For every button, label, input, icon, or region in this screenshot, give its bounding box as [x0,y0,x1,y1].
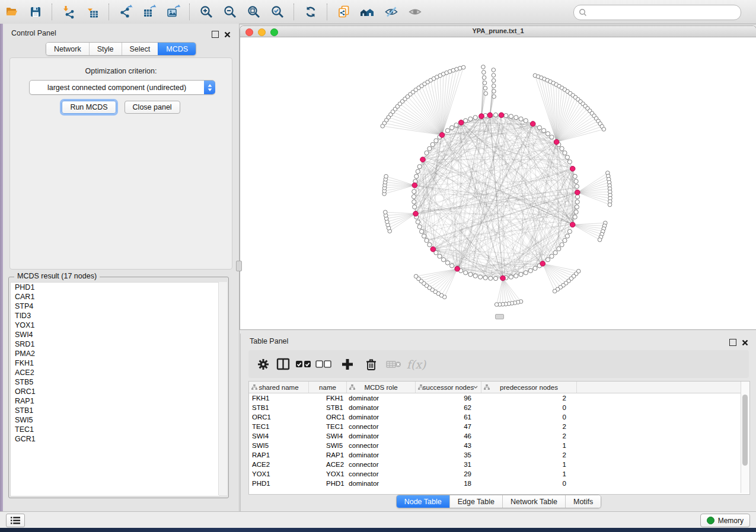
cell-predecessor-nodes[interactable]: 0 [479,412,574,422]
cell-successor-nodes[interactable]: 29 [414,469,479,479]
cell-successor-nodes[interactable]: 43 [414,441,479,450]
cell-successor-nodes[interactable]: 35 [414,450,479,460]
table-settings-button[interactable] [253,354,273,374]
export-table-button[interactable] [139,2,160,21]
copy-network-button[interactable] [333,2,355,21]
cell-successor-nodes[interactable]: 62 [414,403,479,412]
float-table-panel-button[interactable] [729,338,736,348]
show-columns-button[interactable] [273,354,294,374]
run-mcds-button[interactable]: Run MCDS [62,101,116,114]
mcds-result-item[interactable]: TID3 [11,311,219,321]
cell-shared-name[interactable]: YOX1 [249,469,308,479]
table-row[interactable]: PHD1PHD1dominator180 [249,479,741,488]
cell-shared-name[interactable]: ORC1 [249,412,308,422]
mcds-result-item[interactable]: GCR1 [11,434,219,444]
cell-name[interactable]: ORC1 [308,412,346,422]
network-window-titlebar[interactable]: YPA_prune.txt_1 [240,26,756,37]
mcds-result-item[interactable]: YOX1 [11,321,219,330]
table-scrollbar[interactable] [741,382,749,493]
cell-MCDS-role[interactable]: dominator [346,403,414,412]
cell-MCDS-role[interactable]: connector [346,469,414,479]
search-box[interactable] [573,5,741,20]
mcds-result-item[interactable]: CAR1 [11,292,219,302]
cell-name[interactable]: FKH1 [308,393,346,403]
cell-shared-name[interactable]: STB1 [249,403,308,412]
cell-name[interactable]: STB1 [308,403,346,412]
delete-row-button[interactable] [361,354,381,374]
cell-MCDS-role[interactable]: connector [346,460,414,469]
mcds-result-item[interactable]: ACE2 [11,368,219,377]
mcds-result-item[interactable]: FKH1 [11,358,219,368]
export-image-button[interactable] [162,2,184,21]
cell-predecessor-nodes[interactable]: 2 [479,450,574,460]
tab-node-table[interactable]: Node Table [397,495,449,508]
network-graph[interactable] [240,37,756,329]
splitter-grip-vertical[interactable] [236,261,242,271]
mcds-result-item[interactable]: PHD1 [11,283,219,292]
zoom-out-button[interactable] [219,2,241,21]
tab-select[interactable]: Select [122,43,158,55]
show-all-button[interactable] [404,2,426,21]
mcds-result-item[interactable]: ORC1 [11,387,219,396]
search-input[interactable] [591,8,736,17]
hide-selected-button[interactable] [381,2,402,21]
cell-shared-name[interactable]: RAP1 [249,450,308,460]
cell-predecessor-nodes[interactable]: 2 [479,393,574,403]
zoom-in-button[interactable] [196,2,217,21]
table-row[interactable]: ORC1ORC1dominator610 [249,412,741,422]
cell-successor-nodes[interactable]: 31 [414,460,479,469]
export-network-button[interactable] [115,2,136,21]
table-row[interactable]: SWI4SWI4dominator462 [249,431,741,441]
select-all-button[interactable] [294,354,314,374]
tab-network-table[interactable]: Network Table [502,495,565,508]
import-network-button[interactable] [58,2,79,21]
cell-predecessor-nodes[interactable]: 1 [479,469,574,479]
delete-table-button-disabled[interactable] [384,354,404,374]
cell-successor-nodes[interactable]: 47 [414,422,479,431]
cell-successor-nodes[interactable]: 18 [414,479,479,488]
cell-successor-nodes[interactable]: 46 [414,431,479,441]
tab-style[interactable]: Style [89,43,122,55]
tab-edge-table[interactable]: Edge Table [449,495,502,508]
column-header-successor-nodes[interactable]: successor nodes [416,382,481,393]
cell-shared-name[interactable]: ACE2 [249,460,308,469]
network-canvas[interactable] [240,37,756,329]
mcds-result-item[interactable]: STB1 [11,406,219,415]
table-row[interactable]: YOX1YOX1connector291 [249,469,741,479]
memory-button[interactable]: Memory [700,514,750,527]
cell-shared-name[interactable]: FKH1 [249,393,308,403]
cell-predecessor-nodes[interactable]: 1 [479,441,574,450]
cell-name[interactable]: YOX1 [308,469,346,479]
mcds-result-item[interactable]: SWI5 [11,415,219,425]
cell-predecessor-nodes[interactable]: 0 [479,479,574,488]
cell-name[interactable]: PHD1 [308,479,346,488]
add-row-button[interactable] [337,354,358,374]
function-builder-button-disabled[interactable]: f(x) [406,354,426,374]
table-row[interactable]: FKH1FKH1dominator962 [249,393,741,403]
tab-motifs[interactable]: Motifs [565,495,601,508]
cell-successor-nodes[interactable]: 61 [414,412,479,422]
save-session-button[interactable] [25,2,46,21]
table-scrollbar-thumb[interactable] [742,395,748,466]
cell-shared-name[interactable]: SWI5 [249,441,308,450]
zoom-fit-button[interactable] [243,2,264,21]
table-row[interactable]: SWI5SWI5connector431 [249,441,741,450]
column-header-MCDS-role[interactable]: MCDS role [347,382,416,393]
cell-name[interactable]: SWI5 [308,441,346,450]
cell-name[interactable]: ACE2 [308,460,346,469]
tab-network[interactable]: Network [46,43,89,55]
import-table-button[interactable] [82,2,103,21]
mcds-result-item[interactable]: SWI4 [11,330,219,339]
first-neighbors-button[interactable] [357,2,378,21]
column-header-name[interactable]: name [309,382,347,393]
float-panel-button[interactable] [212,30,219,40]
mcds-result-item[interactable]: STP4 [11,302,219,311]
open-file-button[interactable] [1,2,23,21]
cell-MCDS-role[interactable]: dominator [346,393,414,403]
zoom-selected-button[interactable] [267,2,288,21]
cell-MCDS-role[interactable]: connector [346,422,414,431]
tab-mcds[interactable]: MCDS [158,43,196,55]
table-row[interactable]: STB1STB1dominator620 [249,403,741,412]
mcds-result-list[interactable]: PHD1CAR1STP4TID3YOX1SWI4SRD1PMA2FKH1ACE2… [10,282,220,496]
table-row[interactable]: RAP1RAP1dominator352 [249,450,741,460]
